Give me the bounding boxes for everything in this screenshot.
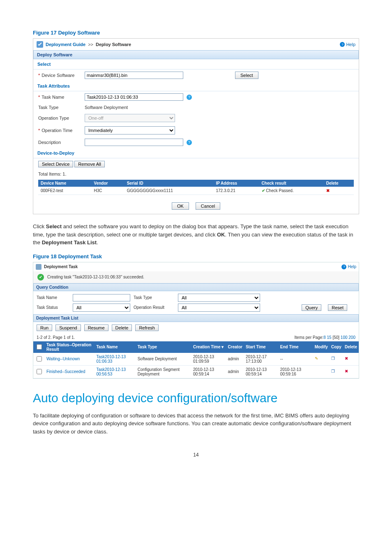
- cell-task-name[interactable]: Task2010-12-13 00:56:53: [96, 367, 126, 376]
- pp-50: [50]: [332, 335, 339, 340]
- qc-op-result-select[interactable]: All: [178, 304, 260, 312]
- task-attributes-section-title: Task Attributes: [33, 81, 359, 91]
- device-software-label: *Device Software: [38, 73, 81, 78]
- qc-task-type-select[interactable]: All: [178, 294, 260, 302]
- cell-ctime: 2010-12-13 00:59:14: [191, 365, 226, 378]
- query-button[interactable]: Query: [302, 304, 321, 311]
- ok-button[interactable]: OK: [172, 202, 189, 210]
- table-row: Finished--Succeeded Task2010-12-13 00:56…: [33, 365, 359, 378]
- operation-time-label: *Operation Time: [38, 128, 81, 133]
- delete-icon[interactable]: ✖: [345, 356, 350, 362]
- reset-button[interactable]: Reset: [328, 304, 347, 311]
- cell-serial: GGGGGGGGGxxxx1111: [125, 187, 214, 195]
- pp-100[interactable]: 100: [341, 335, 348, 340]
- total-items-label: Total Items: 1.: [38, 170, 354, 178]
- select-button[interactable]: Select: [235, 72, 258, 79]
- col-status: Task Status--Operation Result: [45, 341, 95, 353]
- qc-task-status-select[interactable]: All: [73, 304, 130, 312]
- col-copy: Copy: [330, 341, 343, 353]
- task-list-table: Task Status--Operation Result Task Name …: [33, 341, 359, 378]
- delete-icon[interactable]: ✖: [326, 188, 330, 193]
- svg-rect-1: [36, 264, 42, 270]
- section-heading: Auto deploying device configuration/soft…: [33, 391, 359, 405]
- copy-icon[interactable]: ❐: [331, 356, 337, 362]
- row-checkbox[interactable]: [37, 369, 42, 374]
- cell-creator: admin: [226, 365, 244, 378]
- pp-8[interactable]: 8: [323, 335, 326, 340]
- cell-status[interactable]: Finished--Succeeded: [46, 369, 85, 374]
- cell-task-name[interactable]: Task2010-12-13 01:06:33: [96, 355, 126, 364]
- deployment-task-icon: [36, 264, 42, 270]
- cell-delete[interactable]: ✖: [343, 365, 359, 378]
- check-icon: ✔: [262, 188, 265, 193]
- cell-ip: 172.3.0.21: [213, 187, 259, 195]
- operation-time-select[interactable]: Immediately: [85, 126, 175, 134]
- task-name-input[interactable]: [85, 93, 183, 101]
- cell-end: --: [279, 353, 313, 366]
- help-link[interactable]: ? Help: [341, 264, 356, 269]
- pp-15[interactable]: 15: [327, 335, 331, 340]
- col-serial-id: Serial ID: [125, 180, 214, 187]
- cell-creator: admin: [226, 353, 244, 366]
- success-message: Creating task "Task2010-12-13 01:06:33" …: [47, 275, 144, 279]
- cell-copy[interactable]: ❐: [330, 353, 343, 366]
- task-type-label: Task Type: [38, 105, 81, 110]
- select-device-button[interactable]: Select Device: [38, 161, 73, 167]
- modify-icon[interactable]: ✎: [315, 356, 321, 362]
- operation-type-label: Operation Type: [38, 116, 81, 121]
- pp-200[interactable]: 200: [348, 335, 355, 340]
- device-software-input[interactable]: [85, 72, 183, 79]
- qc-task-type-label: Task Type: [134, 295, 175, 300]
- suspend-button[interactable]: Suspend: [55, 324, 81, 331]
- delete-button[interactable]: Delete: [112, 324, 132, 331]
- device-table: Device Name Vendor Serial ID IP Address …: [38, 180, 354, 195]
- col-creator: Creator: [226, 341, 244, 353]
- figure18-caption: Figure 18 Deployment Task: [33, 253, 359, 260]
- select-section-title: Select: [33, 59, 359, 70]
- deployment-task-list-title: Deployment Task List: [33, 314, 359, 322]
- copy-icon[interactable]: ❐: [331, 369, 337, 375]
- col-creation-time[interactable]: Creation Time ▾: [191, 341, 226, 353]
- cell-delete[interactable]: ✖: [324, 187, 354, 195]
- description-input[interactable]: [85, 139, 183, 146]
- remove-all-button[interactable]: Remove All: [74, 161, 105, 167]
- help-link[interactable]: ? Help: [340, 42, 355, 47]
- cell-modify[interactable]: ✎: [313, 353, 330, 366]
- refresh-button[interactable]: Refresh: [135, 324, 159, 331]
- cell-start: 2010-12-17 17:13:00: [244, 353, 279, 366]
- task-name-label: *Task Name: [38, 95, 81, 100]
- breadcrumb-deployment-guide[interactable]: Deployment Guide: [46, 42, 85, 47]
- help-icon: ?: [341, 264, 346, 269]
- col-start-time: Start Time: [244, 341, 279, 353]
- deploy-software-screenshot: Deployment Guide >> Deploy Software ? He…: [33, 38, 359, 214]
- info-icon[interactable]: ?: [187, 95, 192, 100]
- operation-type-select: One-off: [85, 114, 175, 122]
- info-icon[interactable]: ?: [187, 140, 192, 145]
- col-device-name: Device Name: [38, 180, 92, 187]
- select-all-checkbox[interactable]: [37, 344, 42, 350]
- cell-delete[interactable]: ✖: [343, 353, 359, 366]
- row-checkbox[interactable]: [37, 356, 42, 362]
- device-to-deploy-section-title: Device-to-Deploy: [33, 148, 359, 158]
- qc-task-name-input[interactable]: [73, 294, 130, 301]
- cell-ctime: 2010-12-13 01:09:59: [191, 353, 226, 366]
- cell-status[interactable]: Waiting--Unknown: [46, 357, 80, 361]
- col-check-result: Check result: [259, 180, 324, 187]
- cell-end: 2010-12-13 00:59:16: [279, 365, 313, 378]
- run-button[interactable]: Run: [37, 324, 52, 331]
- col-end-time: End Time: [279, 341, 313, 353]
- cell-task-type: Configuration Segment Deployment: [136, 365, 191, 378]
- resume-button[interactable]: Resume: [84, 324, 108, 331]
- col-checkbox[interactable]: [33, 341, 45, 353]
- cell-copy[interactable]: ❐: [330, 365, 343, 378]
- task-type-value: Software Deployment: [85, 105, 128, 110]
- cell-device-name: 000FE2-test: [38, 187, 92, 195]
- cancel-button[interactable]: Cancel: [196, 202, 220, 210]
- query-condition-title: Query Condition: [33, 283, 359, 291]
- col-ip-address: IP Address: [213, 180, 259, 187]
- delete-icon[interactable]: ✖: [345, 369, 350, 375]
- help-icon: ?: [340, 42, 345, 47]
- help-label: Help: [348, 264, 356, 269]
- qc-op-result-label: Operation Result: [134, 305, 175, 310]
- breadcrumb-bar: Deployment Guide >> Deploy Software ? He…: [33, 39, 359, 50]
